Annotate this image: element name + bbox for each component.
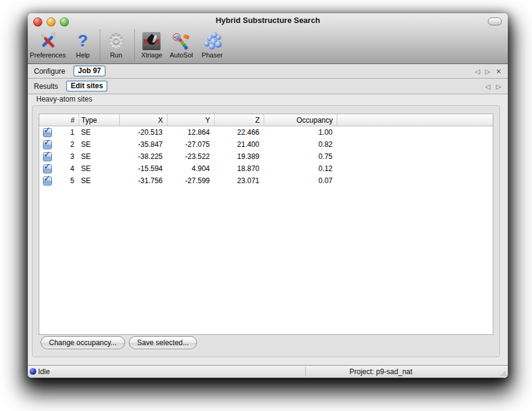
inner-tabstrip: Results Edit sites ◁ ▷ bbox=[28, 79, 508, 94]
toolbar-label: Phaser bbox=[202, 51, 223, 59]
site-z: 23.071 bbox=[214, 175, 264, 187]
inner-tab-next-icon[interactable]: ▷ bbox=[496, 83, 501, 89]
status-bar: Idle Project: p9-sad_nat bbox=[28, 365, 508, 378]
site-type: SE bbox=[79, 163, 119, 175]
toolbar-item-help[interactable]: ? Help bbox=[73, 31, 93, 59]
site-number: 5 bbox=[70, 176, 74, 185]
site-y: -23.522 bbox=[167, 150, 214, 163]
site-type: SE bbox=[79, 175, 119, 187]
column-header-z[interactable]: Z bbox=[214, 114, 264, 126]
tab-edit-sites[interactable]: Edit sites bbox=[66, 80, 108, 92]
tools-icon bbox=[37, 31, 58, 51]
row-checkbox[interactable]: ✓ bbox=[43, 164, 52, 173]
site-y: 4.904 bbox=[167, 163, 214, 175]
site-type: SE bbox=[79, 138, 119, 150]
window-close-button[interactable] bbox=[33, 18, 42, 27]
site-occupancy: 0.07 bbox=[264, 175, 337, 187]
status-text: Idle bbox=[38, 367, 50, 376]
table-row[interactable]: ✓3 SE -38.225 -23.522 19.389 0.75 bbox=[39, 150, 493, 163]
table-row[interactable]: ✓5 SE -31.756 -27.599 23.071 0.07 bbox=[39, 175, 493, 187]
content-area: Heavy-atom sites # Type X Y Z bbox=[28, 94, 508, 365]
site-z: 22.466 bbox=[214, 126, 264, 139]
site-type: SE bbox=[79, 126, 119, 139]
sites-table: # Type X Y Z Occupancy ✓1 SE bbox=[39, 114, 493, 187]
site-number: 2 bbox=[70, 140, 74, 149]
tab-job-97[interactable]: Job 97 bbox=[73, 65, 106, 77]
sites-list: # Type X Y Z Occupancy ✓1 SE bbox=[39, 114, 493, 335]
row-checkbox[interactable]: ✓ bbox=[43, 176, 52, 186]
site-x: -35.847 bbox=[119, 138, 167, 150]
site-y: -27.599 bbox=[167, 175, 214, 187]
column-header-num[interactable]: # bbox=[39, 114, 79, 126]
table-row[interactable]: ✓2 SE -35.847 -27.075 21.400 0.82 bbox=[39, 138, 493, 150]
site-x: -15.594 bbox=[119, 163, 167, 175]
panel-title: Heavy-atom sites bbox=[36, 95, 92, 103]
outer-tab-close-icon[interactable]: × bbox=[496, 67, 501, 76]
site-x: -20.513 bbox=[119, 126, 167, 139]
toolbar-toggle-button[interactable] bbox=[488, 18, 502, 25]
checkmark-icon: ✓ bbox=[44, 125, 51, 135]
resize-grip[interactable] bbox=[499, 369, 507, 377]
save-selected-button[interactable]: Save selected... bbox=[129, 336, 197, 349]
phaser-spheres-icon bbox=[202, 31, 222, 51]
site-z: 19.389 bbox=[214, 150, 264, 163]
window-chrome: Hybrid Substructure Search Preferences bbox=[28, 13, 508, 64]
site-number: 4 bbox=[70, 164, 74, 173]
autosol-molecule-icon bbox=[171, 31, 192, 51]
action-button-row: Change occupancy... Save selected... bbox=[41, 336, 197, 349]
site-occupancy: 0.75 bbox=[264, 150, 337, 163]
column-header-type[interactable]: Type bbox=[79, 114, 119, 126]
question-mark-icon: ? bbox=[73, 31, 93, 51]
toolbar-label: Preferences bbox=[30, 51, 65, 59]
site-number: 1 bbox=[70, 128, 74, 137]
table-header-row: # Type X Y Z Occupancy bbox=[39, 114, 493, 126]
toolbar-item-phaser[interactable]: Phaser bbox=[202, 31, 223, 59]
toolbar-label: AutoSol bbox=[170, 51, 193, 59]
column-header-occupancy[interactable]: Occupancy bbox=[264, 114, 337, 126]
row-checkbox[interactable]: ✓ bbox=[43, 152, 52, 161]
row-checkbox[interactable]: ✓ bbox=[43, 128, 52, 137]
table-row[interactable]: ✓1 SE -20.513 12.864 22.466 1.00 bbox=[39, 126, 493, 139]
app-window: Hybrid Substructure Search Preferences bbox=[28, 13, 508, 378]
toolbar-item-preferences[interactable]: Preferences bbox=[30, 31, 65, 59]
gear-icon: ⚙ bbox=[106, 31, 126, 51]
toolbar-separator bbox=[134, 30, 135, 61]
site-x: -38.225 bbox=[119, 150, 167, 163]
toolbar-item-run[interactable]: ⚙ Run bbox=[106, 31, 126, 59]
checkmark-icon: ✓ bbox=[44, 137, 51, 147]
site-y: -27.075 bbox=[167, 138, 214, 150]
outer-tabstrip: Configure Job 97 ◁ ▷ × bbox=[28, 64, 508, 79]
outer-tab-prev-icon[interactable]: ◁ bbox=[475, 68, 480, 74]
status-orb-icon bbox=[30, 368, 36, 375]
project-label: Project: p9-sad_nat bbox=[349, 367, 412, 376]
table-row[interactable]: ✓4 SE -15.594 4.904 18.870 0.12 bbox=[39, 163, 493, 175]
toolbar-label: Run bbox=[110, 51, 122, 59]
column-header-x[interactable]: X bbox=[119, 114, 167, 126]
change-occupancy-button[interactable]: Change occupancy... bbox=[41, 336, 125, 349]
row-checkbox[interactable]: ✓ bbox=[43, 140, 52, 149]
checkmark-icon: ✓ bbox=[44, 161, 51, 171]
toolbar-item-xtriage[interactable]: Xtriage bbox=[141, 31, 163, 59]
toolbar-item-autosol[interactable]: AutoSol bbox=[170, 31, 193, 59]
site-type: SE bbox=[79, 150, 119, 163]
site-occupancy: 0.12 bbox=[264, 163, 337, 175]
window-zoom-button[interactable] bbox=[60, 18, 69, 27]
status-field-divider bbox=[305, 367, 306, 377]
toolbar: Preferences ? Help ⚙ Run Xtriage bbox=[28, 27, 508, 63]
titlebar[interactable]: Hybrid Substructure Search bbox=[28, 13, 508, 27]
column-header-filler bbox=[337, 114, 493, 126]
toolbar-label: Xtriage bbox=[141, 51, 163, 59]
inner-tab-prev-icon[interactable]: ◁ bbox=[485, 83, 490, 89]
window-minimize-button[interactable] bbox=[47, 18, 56, 27]
window-title: Hybrid Substructure Search bbox=[28, 13, 508, 28]
site-z: 21.400 bbox=[214, 138, 264, 150]
site-occupancy: 0.82 bbox=[264, 138, 337, 150]
xtriage-drop-icon bbox=[141, 31, 162, 51]
site-occupancy: 1.00 bbox=[264, 126, 337, 139]
tab-configure[interactable]: Configure bbox=[34, 67, 65, 76]
tab-results[interactable]: Results bbox=[34, 82, 58, 91]
checkmark-icon: ✓ bbox=[44, 173, 51, 183]
site-z: 18.870 bbox=[214, 163, 264, 175]
column-header-y[interactable]: Y bbox=[167, 114, 214, 126]
outer-tab-next-icon[interactable]: ▷ bbox=[485, 68, 490, 74]
